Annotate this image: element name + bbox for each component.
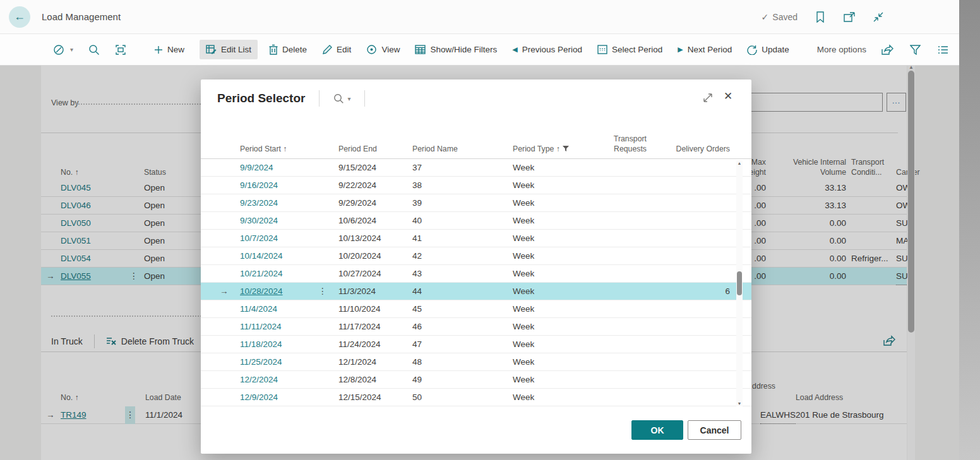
- open-in-window-icon[interactable]: [843, 11, 856, 23]
- update-button[interactable]: Update: [747, 45, 789, 55]
- period-row[interactable]: 11/25/202412/1/202448Week: [201, 353, 751, 371]
- new-button[interactable]: New: [154, 45, 184, 54]
- previous-period-button[interactable]: ◀Previous Period: [512, 45, 582, 54]
- transport-requests: [580, 177, 647, 194]
- col-period-type[interactable]: Period Type ↑: [513, 144, 569, 153]
- row-menu-icon: [318, 159, 328, 177]
- period-row[interactable]: 11/4/202411/10/202445Week: [201, 300, 751, 318]
- show-hide-filters-button[interactable]: Show/Hide Filters: [415, 45, 497, 54]
- period-start-link[interactable]: 10/21/2024: [240, 265, 316, 283]
- row-selected-arrow: [220, 300, 235, 318]
- period-row[interactable]: 9/23/20249/29/202439Week: [201, 194, 751, 212]
- period-row[interactable]: 10/21/202410/27/202443Week: [201, 265, 751, 283]
- edit-list-button[interactable]: Edit List: [200, 40, 258, 59]
- row-selected-arrow: [220, 177, 235, 194]
- scroll-down-arrow[interactable]: ▼: [736, 401, 743, 406]
- period-start-link[interactable]: 11/4/2024: [240, 300, 316, 318]
- period-start-link[interactable]: 10/7/2024: [240, 230, 316, 247]
- period-row[interactable]: →10/28/2024⋮11/3/202444Week6: [201, 283, 751, 300]
- more-options-button[interactable]: More options: [817, 45, 866, 54]
- period-start-link[interactable]: 9/9/2024: [240, 159, 316, 177]
- period-type: Week: [513, 336, 589, 353]
- col-period-name[interactable]: Period Name: [412, 144, 475, 153]
- expand-dialog-icon[interactable]: [702, 92, 714, 106]
- period-start-link[interactable]: 9/16/2024: [240, 177, 316, 194]
- app-header: ← Load Management ✓Saved: [0, 0, 959, 34]
- filter-icon[interactable]: [909, 44, 922, 56]
- list-settings-icon[interactable]: [937, 44, 950, 56]
- divider: [364, 90, 365, 107]
- analysis-mode-button[interactable]: [115, 44, 126, 56]
- col-transport-requests-l1[interactable]: Transport: [580, 134, 647, 143]
- edit-button[interactable]: Edit: [322, 45, 351, 55]
- row-selected-arrow: [220, 336, 235, 353]
- row-menu-icon: [318, 230, 328, 247]
- period-start-link[interactable]: 9/23/2024: [240, 194, 316, 212]
- col-period-end[interactable]: Period End: [338, 144, 409, 153]
- select-period-button[interactable]: Select Period: [597, 45, 662, 54]
- share-icon[interactable]: [881, 44, 894, 56]
- delete-button[interactable]: Delete: [269, 44, 307, 55]
- scroll-up-arrow[interactable]: ▲: [736, 161, 743, 165]
- row-menu-icon: [318, 336, 328, 353]
- window-edge: [959, 0, 980, 460]
- search-icon: [333, 93, 344, 104]
- col-transport-requests-l2[interactable]: Requests: [580, 144, 647, 153]
- period-row[interactable]: 9/16/20249/22/202438Week: [201, 177, 751, 194]
- transport-requests: [580, 159, 647, 177]
- delivery-orders: [654, 336, 730, 353]
- period-row[interactable]: 10/14/202410/20/202442Week: [201, 247, 751, 265]
- search-button[interactable]: [88, 44, 100, 56]
- minimize-icon[interactable]: [872, 11, 885, 23]
- cancel-button[interactable]: Cancel: [688, 420, 741, 440]
- period-row[interactable]: 12/2/202412/8/202449Week: [201, 371, 751, 389]
- transport-requests: [580, 265, 647, 283]
- period-name: 49: [412, 371, 475, 389]
- period-row[interactable]: 9/30/202410/6/202440Week: [201, 212, 751, 230]
- next-period-button[interactable]: ▶Next Period: [678, 45, 732, 54]
- period-start-link[interactable]: 12/9/2024: [240, 389, 316, 406]
- delivery-orders: [654, 247, 730, 265]
- period-row[interactable]: 11/11/202411/17/202446Week: [201, 318, 751, 336]
- row-selected-arrow: [220, 230, 235, 247]
- divider: [319, 90, 320, 107]
- period-name: 43: [412, 265, 475, 283]
- period-name: 48: [412, 353, 475, 371]
- bookmark-icon[interactable]: [814, 11, 827, 23]
- row-menu-icon: [318, 389, 328, 406]
- period-start-link[interactable]: 11/18/2024: [240, 336, 316, 353]
- period-row[interactable]: 12/9/202412/15/202450Week: [201, 389, 751, 406]
- row-menu-icon[interactable]: ⋮: [318, 283, 328, 300]
- col-period-start[interactable]: Period Start ↑: [240, 144, 316, 153]
- dialog-scrollbar[interactable]: ▲ ▼: [736, 160, 743, 406]
- row-selected-arrow: [220, 212, 235, 230]
- period-table: 9/9/20249/15/202437Week9/16/20249/22/202…: [201, 159, 751, 406]
- period-start-link[interactable]: 11/25/2024: [240, 353, 316, 371]
- view-button[interactable]: View: [366, 44, 400, 55]
- ok-button[interactable]: OK: [631, 420, 683, 440]
- close-dialog-icon[interactable]: ✕: [724, 90, 732, 103]
- period-row[interactable]: 11/18/202411/24/202447Week: [201, 336, 751, 353]
- view-options-button[interactable]: ▾: [53, 44, 73, 56]
- delivery-orders: [654, 265, 730, 283]
- period-start-link[interactable]: 9/30/2024: [240, 212, 316, 230]
- back-button[interactable]: ←: [9, 6, 30, 28]
- period-type: Week: [513, 159, 589, 177]
- delivery-orders: [654, 194, 730, 212]
- period-start-link[interactable]: 11/11/2024: [240, 318, 316, 336]
- period-name: 41: [412, 230, 475, 247]
- triangle-left-icon: ◀: [512, 45, 517, 54]
- period-end: 9/22/2024: [338, 177, 409, 194]
- period-type: Week: [513, 247, 589, 265]
- delivery-orders: [654, 230, 730, 247]
- period-start-link[interactable]: 12/2/2024: [240, 371, 316, 389]
- row-selected-arrow: [220, 353, 235, 371]
- period-start-link[interactable]: 10/14/2024: [240, 247, 316, 265]
- period-start-link[interactable]: 10/28/2024: [240, 283, 316, 300]
- col-delivery-orders[interactable]: Delivery Orders: [654, 144, 730, 153]
- period-row[interactable]: 10/7/202410/13/202441Week: [201, 230, 751, 247]
- period-row[interactable]: 9/9/20249/15/202437Week: [201, 159, 751, 177]
- dialog-search-button[interactable]: ▾: [333, 93, 350, 104]
- scrollbar-thumb[interactable]: [737, 271, 742, 295]
- row-selected-arrow: [220, 159, 235, 177]
